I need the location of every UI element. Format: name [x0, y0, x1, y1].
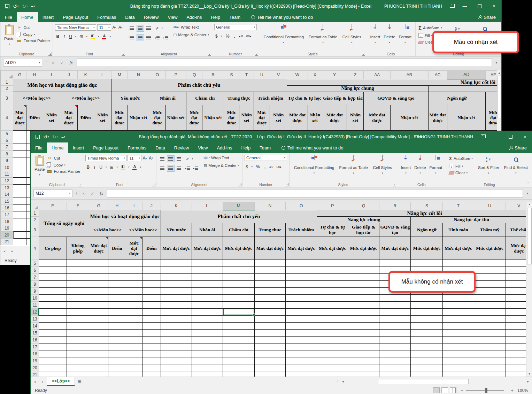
header-cell[interactable]: Nhận xét — [128, 105, 149, 130]
cell-L13[interactable] — [192, 316, 223, 323]
cell-S14[interactable] — [411, 323, 443, 330]
row-header-18[interactable]: 18 — [1, 218, 13, 225]
zoom-out-button[interactable]: − — [461, 388, 463, 393]
cell-I11[interactable] — [126, 302, 142, 309]
cell-M14[interactable] — [223, 323, 254, 330]
cell-H12[interactable] — [108, 309, 126, 316]
cell-O10[interactable] — [285, 295, 317, 302]
cell-J17[interactable] — [142, 343, 161, 350]
align-right-icon[interactable] — [145, 34, 153, 41]
cell-L5[interactable] — [192, 260, 223, 267]
cell-L7[interactable] — [192, 274, 223, 281]
header-cell[interactable]: Trách nhiệm — [254, 92, 287, 105]
column-header-G[interactable]: G — [13, 71, 26, 79]
header-cell[interactable]: Ngôn ngữ — [428, 92, 486, 105]
column-header-H[interactable]: H — [26, 71, 43, 79]
minimize-button[interactable]: — — [488, 131, 503, 142]
cell-S5[interactable] — [411, 260, 443, 267]
cell-I18[interactable] — [126, 350, 142, 357]
cell-R12[interactable] — [379, 309, 411, 316]
cell-N7[interactable] — [254, 274, 285, 281]
italic-button[interactable]: I — [62, 33, 66, 40]
cell-F15[interactable] — [67, 330, 89, 337]
header-cell[interactable]: Giao tiếp & hợp tác — [348, 223, 379, 237]
cell-Q6[interactable] — [348, 267, 379, 274]
format-as-table-button[interactable]: Format as Table ▾ — [337, 154, 370, 182]
row-header-4[interactable]: 4 — [31, 237, 39, 260]
tab-add-ins[interactable]: Add-ins — [212, 142, 237, 153]
header-cell[interactable]: Phẩm chất chủ yếu — [161, 210, 317, 223]
cell-N10[interactable] — [254, 295, 285, 302]
middle-align-icon[interactable] — [167, 155, 175, 162]
formula-bar-expand-icon[interactable]: ▾ — [494, 61, 499, 64]
formula-bar-expand-icon[interactable]: ▾ — [525, 192, 530, 195]
cell-F13[interactable] — [67, 316, 89, 323]
cell-K20[interactable] — [161, 364, 192, 371]
increase-indent-icon[interactable]: ▸ — [192, 165, 200, 172]
cell-N12[interactable] — [254, 309, 285, 316]
row-header-10[interactable]: 10 — [31, 295, 39, 302]
cut-button[interactable]: ✂Cut — [16, 25, 51, 30]
cell-L14[interactable] — [192, 323, 223, 330]
cell-H20[interactable] — [108, 364, 126, 371]
font-name-select[interactable]: Times New Roma▾ — [85, 155, 126, 161]
header-cell[interactable]: Mức đạt được — [89, 237, 108, 260]
cell-T15[interactable] — [443, 330, 474, 337]
cell-U11[interactable] — [474, 302, 506, 309]
cell-S21[interactable] — [411, 371, 443, 377]
horizontal-scroll-thumb[interactable] — [378, 379, 468, 384]
cell-H14[interactable] — [108, 323, 126, 330]
fill-button[interactable]: ↓Fill▾ — [448, 163, 473, 169]
increase-decimal-button[interactable]: ◂.0 — [269, 165, 273, 169]
header-cell[interactable]: Nhận xét — [43, 105, 60, 130]
column-header-J[interactable]: J — [60, 71, 77, 79]
decrease-indent-icon[interactable]: ◂ — [153, 34, 161, 41]
cell-G18[interactable] — [89, 350, 108, 357]
wrap-text-button[interactable]: ab↩Wrap Text — [173, 25, 210, 30]
row-header-17[interactable]: 17 — [1, 211, 13, 218]
header-cell[interactable]: Điểm — [108, 237, 126, 260]
header-cell[interactable]: GQVĐ & sáng tạo — [364, 92, 428, 105]
dialog-launcher-icon[interactable] — [122, 52, 125, 56]
column-header-Z[interactable]: Z — [347, 71, 364, 79]
tab-page-layout[interactable]: Page Layout — [58, 12, 93, 22]
cell-G5[interactable] — [13, 130, 26, 137]
sheet-nav-left-icon[interactable]: ◂ — [0, 246, 8, 256]
formula-input[interactable] — [107, 189, 523, 198]
cell-J6[interactable] — [142, 267, 161, 274]
cell-L8[interactable] — [192, 281, 223, 288]
cell-F9[interactable] — [67, 288, 89, 295]
header-cell[interactable]: Mức đạt được — [364, 105, 391, 130]
row-header-19[interactable]: 19 — [31, 357, 39, 364]
cell-F8[interactable] — [67, 281, 89, 288]
tab-add-ins[interactable]: Add-ins — [182, 12, 206, 22]
cell-E12[interactable] — [39, 309, 67, 316]
column-header-X[interactable]: X — [308, 71, 322, 79]
header-cell[interactable]: Mức đạt được — [428, 105, 447, 130]
customize-qat-button[interactable]: ▬▾ — [60, 136, 67, 138]
top-align-icon[interactable] — [159, 155, 166, 162]
cell-N19[interactable] — [254, 357, 285, 364]
header-cell[interactable]: GQVĐ & sáng tạo — [379, 223, 411, 237]
cell-Q9[interactable] — [348, 288, 379, 295]
cell-F19[interactable] — [67, 357, 89, 364]
cell-H16[interactable] — [108, 337, 126, 343]
save-button[interactable] — [34, 135, 41, 139]
cell-H19[interactable] — [108, 357, 126, 364]
column-header-W[interactable]: W — [287, 71, 308, 79]
cell-M7[interactable] — [223, 274, 254, 281]
cell-H15[interactable] — [108, 330, 126, 337]
cell-I5[interactable] — [126, 260, 142, 267]
format-painter-button[interactable]: Format Painter — [46, 169, 81, 174]
cell-G12[interactable] — [13, 178, 26, 184]
cell-M19[interactable] — [223, 357, 254, 364]
cell-F5[interactable] — [67, 260, 89, 267]
shrink-font-button[interactable]: A▾ — [117, 24, 124, 31]
cell-M11[interactable] — [223, 302, 254, 309]
cell-K12[interactable] — [161, 309, 192, 316]
tab-home[interactable]: Home — [17, 12, 38, 22]
cell-E10[interactable] — [39, 295, 67, 302]
header-cell[interactable]: Nhận xét — [308, 105, 322, 130]
cell-Q5[interactable] — [348, 260, 379, 267]
cell-G16[interactable] — [89, 337, 108, 343]
